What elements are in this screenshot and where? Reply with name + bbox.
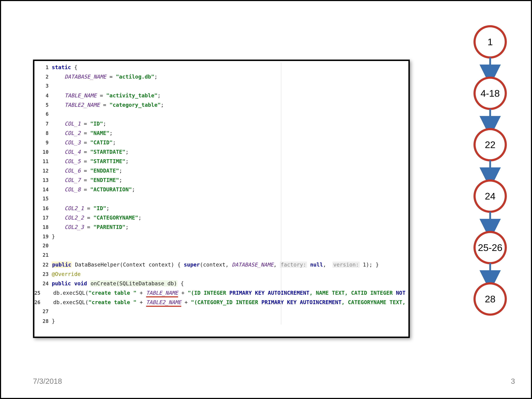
flow-node-label: 22 — [485, 139, 495, 150]
line-number: 26 — [34, 299, 44, 305]
line-number: 24 — [34, 281, 52, 287]
line-number: 9 — [34, 140, 52, 146]
code-line: 11 COL_5 = "STARTTIME"; — [34, 158, 408, 168]
code-line: 2 DATABASE_NAME = "actilog.db"; — [34, 74, 408, 83]
code-block: 1static {2 DATABASE_NAME = "actilog.db";… — [34, 61, 408, 327]
line-number: 15 — [34, 196, 52, 202]
line-number: 23 — [34, 271, 52, 277]
line-number: 11 — [34, 158, 52, 165]
code-line: 20 — [34, 243, 408, 252]
code-line: 10 COL_4 = "STARTDATE"; — [34, 149, 408, 158]
line-number: 5 — [34, 102, 52, 108]
code-line: 17 COL2_2 = "CATEGORYNAME"; — [34, 215, 408, 224]
code-content: DATABASE_NAME = "actilog.db"; — [52, 74, 158, 80]
code-content: @Override — [52, 271, 81, 277]
line-number: 1 — [34, 64, 52, 70]
code-content: } — [52, 318, 55, 324]
code-line: 14 COL_8 = "ACTDURATION"; — [34, 186, 408, 196]
code-content: static { — [52, 64, 77, 70]
flow-diagram: 14-18222425-2628 — [465, 22, 515, 342]
code-line: 28} — [34, 318, 408, 327]
line-number: 10 — [34, 149, 52, 155]
code-line: 24public void onCreate(SQLiteDatabase db… — [34, 280, 408, 290]
line-number: 27 — [34, 309, 52, 314]
line-number: 6 — [34, 111, 52, 117]
line-number: 2 — [34, 74, 52, 80]
line-number: 14 — [34, 187, 52, 193]
code-line: 22public DataBaseHelper(Context context)… — [34, 262, 408, 271]
footer-page-number: 3 — [511, 377, 515, 386]
code-line: 3 — [34, 83, 408, 92]
code-line: 13 COL_7 = "ENDTIME"; — [34, 177, 408, 186]
code-line: 12 COL_6 = "ENDDATE"; — [34, 168, 408, 177]
code-content: COL_2 = "NAME"; — [52, 130, 113, 136]
line-number: 22 — [34, 262, 52, 268]
line-number: 25 — [34, 290, 44, 296]
footer-date: 7/3/2018 — [33, 377, 62, 386]
code-content: TABLE2_NAME = "category_table"; — [52, 102, 164, 108]
line-number: 17 — [34, 215, 52, 221]
code-line: 5 TABLE2_NAME = "category_table"; — [34, 102, 408, 111]
code-content: COL_3 = "CATID"; — [52, 139, 116, 146]
line-number: 7 — [34, 121, 52, 127]
code-line: 1static { — [34, 64, 408, 74]
code-content: TABLE_NAME = "activity_table"; — [52, 92, 161, 99]
code-line: 9 COL_3 = "CATID"; — [34, 139, 408, 149]
code-line: 19} — [34, 233, 408, 243]
code-content: public DataBaseHelper(Context context) {… — [52, 262, 379, 268]
editor-column-divider — [281, 63, 281, 324]
line-number: 4 — [34, 93, 52, 99]
code-line: 7 COL_1 = "ID"; — [34, 120, 408, 130]
line-number: 13 — [34, 177, 52, 183]
code-content: db.execSQL("create table " + TABLE_NAME … — [44, 290, 410, 296]
flow-svg: 14-18222425-2628 — [465, 22, 515, 342]
code-line: 6 — [34, 111, 408, 120]
flow-node-label: 28 — [485, 294, 495, 304]
flow-node-label: 25-26 — [478, 242, 502, 253]
code-line: 16 COL2_1 = "ID"; — [34, 205, 408, 215]
code-line: 21 — [34, 252, 408, 262]
line-number: 20 — [34, 243, 52, 249]
code-content: COL_4 = "STARTDATE"; — [52, 149, 129, 155]
code-content: COL_7 = "ENDTIME"; — [52, 177, 122, 183]
code-line: 4 TABLE_NAME = "activity_table"; — [34, 92, 408, 102]
code-line: 15 — [34, 196, 408, 205]
flow-node-label: 24 — [485, 191, 495, 202]
code-content: public void onCreate(SQLiteDatabase db) … — [52, 280, 184, 287]
line-number: 8 — [34, 130, 52, 136]
line-number: 3 — [34, 83, 52, 89]
flow-node-label: 4-18 — [481, 88, 500, 99]
code-content: COL_6 = "ENDDATE"; — [52, 168, 122, 174]
code-content: COL2_3 = "PARENTID"; — [52, 224, 129, 230]
code-line: 26 db.execSQL("create table " + TABLE2_N… — [34, 299, 408, 309]
line-number: 18 — [34, 224, 52, 230]
flow-node-label: 1 — [488, 37, 493, 47]
code-content: } — [52, 233, 55, 240]
code-content: db.execSQL("create table " + TABLE2_NAME… — [44, 299, 410, 305]
code-content: COL_8 = "ACTDURATION"; — [52, 186, 135, 193]
code-panel: 1static {2 DATABASE_NAME = "actilog.db";… — [33, 60, 410, 338]
line-number: 16 — [34, 206, 52, 211]
code-line: 25 db.execSQL("create table " + TABLE_NA… — [34, 290, 408, 299]
line-number: 12 — [34, 168, 52, 174]
slide: 1static {2 DATABASE_NAME = "actilog.db";… — [0, 0, 532, 399]
line-number: 19 — [34, 234, 52, 240]
code-line: 8 COL_2 = "NAME"; — [34, 130, 408, 139]
code-content: COL_5 = "STARTTIME"; — [52, 158, 129, 165]
line-number: 28 — [34, 318, 52, 324]
code-line: 27 — [34, 309, 408, 318]
code-content: COL_1 = "ID"; — [52, 120, 106, 127]
code-content: COL2_2 = "CATEGORYNAME"; — [52, 215, 141, 221]
code-content: COL2_1 = "ID"; — [52, 205, 109, 211]
code-line: 23@Override — [34, 271, 408, 280]
code-line: 18 COL2_3 = "PARENTID"; — [34, 224, 408, 233]
line-number: 21 — [34, 252, 52, 258]
